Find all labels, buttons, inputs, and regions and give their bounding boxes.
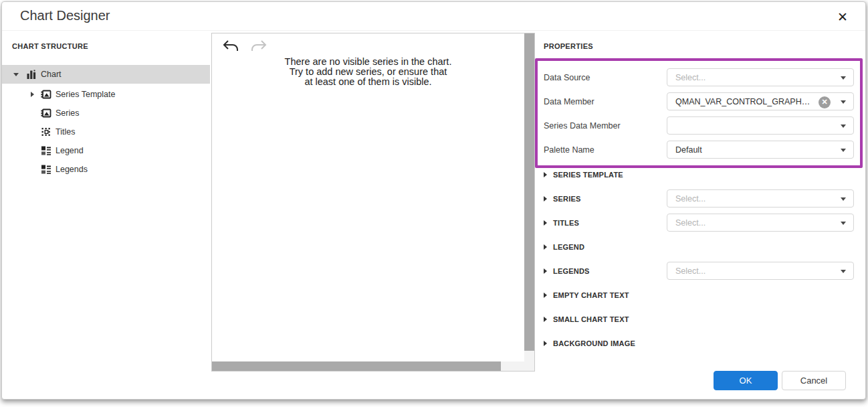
chart-structure-header: CHART STRUCTURE	[12, 42, 88, 50]
section-legend: LEGEND	[544, 238, 855, 256]
data-source-select[interactable]: Select...	[667, 68, 854, 86]
legends-select[interactable]: Select...	[667, 262, 854, 280]
tree-item-label: Chart	[41, 70, 62, 79]
titles-icon	[41, 127, 51, 137]
field-label: Data Member	[544, 92, 594, 110]
title-bar: Chart Designer ✕	[2, 2, 865, 31]
field-row-series-data-member: Series Data Member	[544, 116, 855, 135]
chevron-down-icon	[841, 197, 846, 201]
chevron-down-icon	[841, 222, 846, 225]
chevron-right-icon	[544, 317, 547, 322]
chevron-right-icon	[544, 268, 547, 274]
series-data-member-select[interactable]	[667, 116, 854, 135]
tree-item-series-template[interactable]: Series Template	[2, 85, 210, 104]
chart-icon	[26, 69, 37, 80]
chart-designer-dialog: Chart Designer ✕ CHART STRUCTURE Chart	[1, 1, 866, 400]
expander-icon[interactable]	[27, 92, 37, 97]
section-toggle[interactable]: EMPTY CHART TEXT	[544, 286, 629, 304]
tree-item-label: Legends	[56, 165, 88, 174]
field-row-data-source: Data Source Select...	[544, 68, 855, 86]
tree-item-series[interactable]: Series	[2, 104, 210, 123]
close-icon[interactable]: ✕	[835, 9, 851, 25]
section-toggle[interactable]: SERIES	[544, 189, 581, 208]
chevron-down-icon	[841, 149, 846, 152]
chart-preview-area: There are no visible series in the chart…	[211, 33, 535, 372]
tree-item-label: Legend	[56, 146, 84, 155]
section-empty-chart-text: EMPTY CHART TEXT	[544, 286, 855, 304]
undo-icon	[222, 39, 239, 53]
section-series: SERIES Select...	[544, 189, 855, 208]
data-member-select[interactable]: QMAN_VAR_CONTROL_GRAPH_REP_REQUES... ✕	[667, 92, 854, 110]
tree-item-titles[interactable]: Titles	[2, 123, 210, 141]
legend-icon	[41, 145, 51, 156]
empty-chart-message: There are no visible series in the chart…	[212, 57, 524, 87]
chevron-right-icon	[544, 293, 547, 298]
chevron-down-icon	[841, 125, 846, 128]
dialog-title: Chart Designer	[20, 8, 110, 23]
cancel-button[interactable]: Cancel	[782, 371, 846, 390]
horizontal-scrollbar[interactable]	[212, 361, 524, 371]
redo-icon	[250, 39, 267, 53]
properties-header: PROPERTIES	[544, 42, 593, 50]
tree-item-legends[interactable]: Legends	[2, 160, 210, 179]
chevron-right-icon	[544, 244, 547, 250]
field-label: Data Source	[544, 68, 590, 86]
vertical-scrollbar-thumb[interactable]	[524, 33, 534, 351]
section-background-image: BACKGROUND IMAGE	[544, 334, 855, 352]
clear-icon[interactable]: ✕	[819, 96, 831, 108]
series-select[interactable]: Select...	[667, 189, 854, 208]
chevron-right-icon	[544, 341, 547, 346]
series-icon	[41, 89, 51, 100]
field-row-palette-name: Palette Name Default	[544, 141, 855, 159]
titles-select[interactable]: Select...	[667, 214, 854, 232]
chevron-down-icon	[841, 100, 846, 104]
section-toggle[interactable]: SERIES TEMPLATE	[544, 165, 623, 183]
section-small-chart-text: SMALL CHART TEXT	[544, 310, 855, 328]
section-toggle[interactable]: LEGEND	[544, 238, 584, 256]
chevron-right-icon	[544, 196, 547, 201]
redo-button[interactable]	[249, 38, 268, 54]
undo-button[interactable]	[221, 38, 240, 54]
section-legends: LEGENDS Select...	[544, 262, 855, 280]
legend-icon	[41, 164, 51, 175]
section-toggle[interactable]: SMALL CHART TEXT	[544, 310, 629, 328]
series-icon	[41, 108, 51, 118]
horizontal-scrollbar-thumb[interactable]	[212, 361, 501, 371]
tree-item-label: Titles	[56, 127, 75, 137]
chevron-right-icon	[544, 172, 547, 177]
chevron-down-icon	[841, 76, 846, 80]
field-label: Series Data Member	[544, 116, 621, 135]
section-toggle[interactable]: TITLES	[544, 214, 579, 232]
tree-item-chart[interactable]: Chart	[2, 65, 210, 84]
section-toggle[interactable]: BACKGROUND IMAGE	[544, 334, 635, 352]
expander-icon[interactable]	[11, 73, 21, 76]
section-series-template: SERIES TEMPLATE	[544, 165, 855, 183]
chevron-right-icon	[544, 220, 547, 226]
tree-item-label: Series	[56, 108, 79, 118]
field-label: Palette Name	[544, 141, 594, 159]
chevron-down-icon	[841, 270, 846, 273]
palette-name-select[interactable]: Default	[667, 141, 854, 159]
section-titles: TITLES Select...	[544, 214, 855, 232]
vertical-scrollbar[interactable]	[524, 33, 534, 371]
field-row-data-member: Data Member QMAN_VAR_CONTROL_GRAPH_REP_R…	[544, 92, 855, 110]
tree-item-legend[interactable]: Legend	[2, 141, 210, 160]
tree-item-label: Series Template	[56, 90, 115, 99]
ok-button[interactable]: OK	[714, 371, 778, 390]
section-toggle[interactable]: LEGENDS	[544, 262, 590, 280]
